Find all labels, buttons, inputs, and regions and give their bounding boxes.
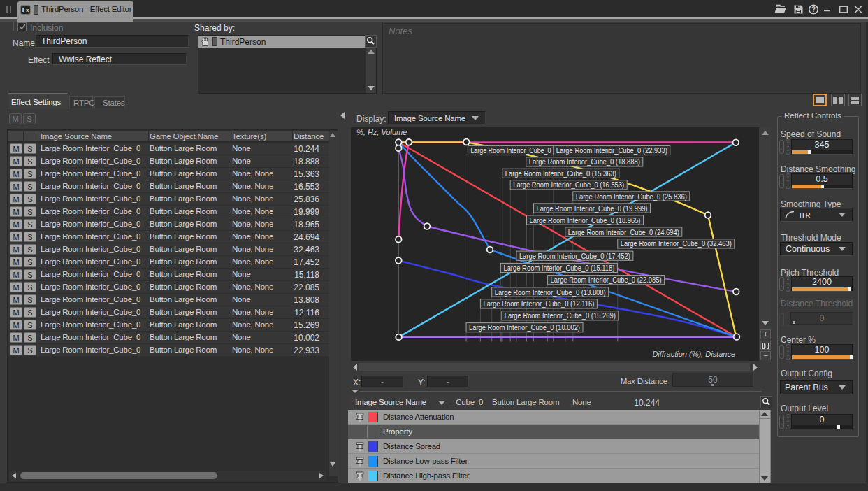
svg-text:Large Room Interior_Cube_0 (13: Large Room Interior_Cube_0 (13.808) [495,288,606,297]
svg-text:Large Room Interior_Cube_0 (10: Large Room Interior_Cube_0 (10.002) [469,323,580,332]
svg-text:Large Room Interior_Cube_0 (32: Large Room Interior_Cube_0 (32.463) [621,239,732,248]
svg-text:Large Room Interior_Cube_0 (17: Large Room Interior_Cube_0 (17.452) [519,252,630,260]
svg-text:Large Room Interior_Cube_0 (15: Large Room Interior_Cube_0 (15.363) [505,169,616,178]
svg-text:Large Room Interior_Cube_0 (15: Large Room Interior_Cube_0 (15.269) [505,311,616,320]
svg-text:Large Room Interior_Cube_0 (19: Large Room Interior_Cube_0 (19.999) [537,204,648,213]
svg-text:Large Room Interior_Cube_0 (18: Large Room Interior_Cube_0 (18.965) [530,216,641,225]
svg-text:Large Room Interior_Cube_0 (25: Large Room Interior_Cube_0 (25.836) [576,192,687,201]
svg-text:Large Room Interior_Cube_0: Large Room Interior_Cube_0 [470,146,551,155]
svg-text:Large Room Interior_Cube_0 (16: Large Room Interior_Cube_0 (16.553) [513,180,624,189]
svg-text:%, Hz, Volume: %, Hz, Volume [356,128,407,136]
svg-text:Large Room Interior_Cube_0 (22: Large Room Interior_Cube_0 (22.085) [551,276,662,284]
svg-text:Large Room Interior_Cube_0 (18: Large Room Interior_Cube_0 (18.888) [529,157,640,166]
svg-text:Large Room Interior_Cube_0 (15: Large Room Interior_Cube_0 (15.118) [503,264,614,272]
svg-text:Diffraction (%), Distance: Diffraction (%), Distance [652,350,735,358]
svg-text:Large Room Interior_Cube_0 (12: Large Room Interior_Cube_0 (12.116) [483,299,594,308]
svg-text:?: ? [811,6,816,13]
svg-text:Large Room Interior_Cube_0 (22: Large Room Interior_Cube_0 (22.933) [556,146,667,155]
svg-text:Large Room Interior_Cube_0 (24: Large Room Interior_Cube_0 (24.694) [568,228,679,236]
